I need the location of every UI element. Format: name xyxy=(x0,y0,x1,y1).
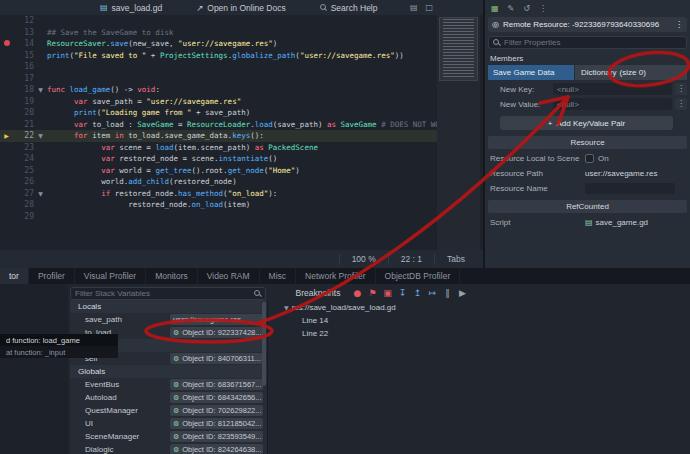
filter-stack-placeholder: Filter Stack Variables xyxy=(75,289,150,298)
code-line-29[interactable]: 29 xyxy=(0,211,437,223)
new-key-menu-icon[interactable]: ⋮ xyxy=(675,83,687,95)
code-line-14[interactable]: 14ResourceSaver.save(new_save, "user://s… xyxy=(0,38,437,50)
bottom-tab-network-profiler[interactable]: Network Profiler xyxy=(296,268,375,284)
variable-value[interactable]: ⚙Object ID: 702629822... xyxy=(170,405,263,416)
variable-value[interactable]: ⚙Object ID: 683671567... xyxy=(170,379,263,390)
variable-row-Autoload[interactable]: Autoload⚙Object ID: 684342656... xyxy=(70,391,267,404)
bottom-tab-profiler[interactable]: Profiler xyxy=(29,268,75,284)
resource-name-input[interactable] xyxy=(585,183,675,194)
scripts-panel-icon[interactable]: ▤ xyxy=(410,3,418,12)
bottom-tab-video-ram[interactable]: Video RAM xyxy=(198,268,260,284)
new-key-select[interactable]: <null> xyxy=(553,83,672,95)
code-line-20[interactable]: 20 print("Loading game from " + save_pat… xyxy=(0,107,437,119)
resource-local-checkbox[interactable] xyxy=(585,154,594,163)
skip-breakpoints-icon[interactable]: ⚑ xyxy=(367,288,378,298)
variable-row-SceneManager[interactable]: SceneManager⚙Object ID: 823593549... xyxy=(70,430,267,443)
search-help-button[interactable]: Search Help xyxy=(320,3,378,13)
stack-frame-row[interactable]: at function: _input xyxy=(0,346,118,358)
edit-icon[interactable]: ✎ xyxy=(508,4,515,13)
add-key-value-pair-button[interactable]: + Add Key/Value Pair xyxy=(500,116,673,130)
code-line-13[interactable]: 13## Save the SaveGame to disk xyxy=(0,27,437,39)
zoom-level[interactable]: 100 % xyxy=(339,254,388,265)
breakpoint-icon xyxy=(4,40,10,46)
filter-stack-variables-input[interactable]: Filter Stack Variables xyxy=(70,287,266,300)
step-into-icon[interactable]: ↧ xyxy=(397,288,408,298)
variables-scrollbar[interactable] xyxy=(262,302,266,386)
menu-dots-icon[interactable]: ⋮ xyxy=(539,4,547,13)
new-value-menu-icon[interactable]: ⋮ xyxy=(675,98,687,110)
remote-resource-bar[interactable]: ◎ Remote Resource: -9223369793640330696 … xyxy=(488,17,687,32)
filter-properties-input[interactable]: Filter Properties xyxy=(488,36,687,49)
stack-frame-row[interactable]: d function: load_game xyxy=(0,334,118,346)
line-number: 17 xyxy=(13,73,34,85)
code-line-17[interactable]: 17 xyxy=(0,73,437,85)
code-line-22[interactable]: ▶22▼ for item in to_load.save_game_data.… xyxy=(0,130,437,142)
float-window-icon[interactable]: □ xyxy=(425,3,433,12)
variable-value[interactable]: ⚙Object ID: 684342656... xyxy=(170,392,263,403)
breakpoint-gutter[interactable] xyxy=(0,38,13,50)
copy-error-icon[interactable]: ▣ xyxy=(382,288,393,298)
breakpoint-file-row[interactable]: ▼ res://save_load/save_load.gd xyxy=(284,301,450,314)
code-line-23[interactable]: 23 var scene = load(item.scene_path) as … xyxy=(0,142,437,154)
property-key-save-game-data[interactable]: Save Game Data xyxy=(488,65,574,80)
vars-section-globals[interactable]: Globals xyxy=(70,365,267,378)
variable-row-UI[interactable]: UI⚙Object ID: 812185042... xyxy=(70,417,267,430)
code-line-19[interactable]: 19 var save_path = "user://savegame.res" xyxy=(0,96,437,108)
menu-dots-icon[interactable]: ⋮ xyxy=(675,20,683,29)
code-line-26[interactable]: 26 world.add_child(restored_node) xyxy=(0,176,437,188)
continue-icon[interactable]: ▶ xyxy=(457,288,468,298)
variable-value[interactable]: user://savegame.res xyxy=(170,314,263,325)
package-icon[interactable]: ▦ xyxy=(491,4,499,13)
break-icon[interactable]: ‖ xyxy=(442,288,453,298)
code-line-15[interactable]: 15print("File saved to " + ProjectSettin… xyxy=(0,50,437,62)
step-over-icon[interactable]: ↦ xyxy=(427,288,438,298)
resource-path-value[interactable]: user://savegame.res xyxy=(585,169,657,178)
section-header-refcounted[interactable]: RefCounted xyxy=(488,200,687,213)
history-icon[interactable]: ↺ xyxy=(523,4,530,13)
bottom-tab-monitors[interactable]: Monitors xyxy=(146,268,198,284)
object-gear-icon: ⚙ xyxy=(173,420,179,428)
section-header-resource[interactable]: Resource xyxy=(488,136,687,149)
variable-row-QuestManager[interactable]: QuestManager⚙Object ID: 702629822... xyxy=(70,404,267,417)
variable-value[interactable]: ⚙Object ID: 840706311... xyxy=(170,353,263,364)
fold-arrow-icon[interactable]: ▼ xyxy=(34,84,47,96)
vars-section-locals[interactable]: Locals xyxy=(70,300,267,313)
code-text: func load_game() -> void: xyxy=(47,84,160,96)
code-text: for item in to_load.save_game_data.keys(… xyxy=(47,130,264,142)
fold-arrow-icon[interactable]: ▼ xyxy=(34,130,47,142)
code-line-18[interactable]: 18▼func load_game() -> void: xyxy=(0,84,437,96)
code-line-21[interactable]: 21 var to_load : SaveGame = ResourceLoad… xyxy=(0,119,437,131)
code-line-28[interactable]: 28 restored_node.on_load(item) xyxy=(0,199,437,211)
code-area[interactable]: 1213## Save the SaveGame to disk14Resour… xyxy=(0,15,437,250)
bottom-tab-visual-profiler[interactable]: Visual Profiler xyxy=(75,268,146,284)
code-line-16[interactable]: 16 xyxy=(0,61,437,73)
line-number: 29 xyxy=(13,211,34,223)
bottom-tab-objectdb-profiler[interactable]: ObjectDB Profiler xyxy=(376,268,461,284)
variable-row-save_path[interactable]: save_pathuser://savegame.res xyxy=(70,313,267,326)
variable-row-Dialogic[interactable]: Dialogic⚙Object ID: 824264638... xyxy=(70,443,267,454)
code-minimap[interactable] xyxy=(437,15,480,250)
code-line-27[interactable]: 27▼ if restored_node.has_method("on_load… xyxy=(0,188,437,200)
new-value-select[interactable]: <null> xyxy=(553,98,672,110)
property-value-dictionary[interactable]: Dictionary (size 0) xyxy=(575,65,687,80)
object-icon: ◎ xyxy=(492,20,499,29)
execution-gutter[interactable]: ▶ xyxy=(0,130,13,142)
variable-value[interactable]: ⚙Object ID: 823593549... xyxy=(170,431,263,442)
bottom-tab-misc[interactable]: Misc xyxy=(260,268,296,284)
indent-mode[interactable]: Tabs xyxy=(434,254,477,265)
variable-value[interactable]: ⚙Object ID: 812185042... xyxy=(170,418,263,429)
open-online-docs-button[interactable]: ↗ Open in Online Docs xyxy=(196,3,286,13)
step-out-icon[interactable]: ↥ xyxy=(412,288,423,298)
fold-arrow-icon[interactable]: ▼ xyxy=(34,188,47,200)
debug-indicator-icon[interactable]: ● xyxy=(352,288,363,298)
variable-value[interactable]: ⚙Object ID: 824264638... xyxy=(170,444,263,454)
code-line-12[interactable]: 12 xyxy=(0,15,437,27)
variable-row-EventBus[interactable]: EventBus⚙Object ID: 683671567... xyxy=(70,378,267,391)
breakpoint-line-22[interactable]: Line 22 xyxy=(284,327,450,340)
variable-value[interactable]: ⚙Object ID: 922337428... xyxy=(170,327,263,338)
code-line-25[interactable]: 25 var world = get_tree().root.get_node(… xyxy=(0,165,437,177)
script-property-value[interactable]: ▤save_game.gd xyxy=(585,218,648,227)
bottom-tab-tor[interactable]: tor xyxy=(0,268,29,284)
breakpoint-line-14[interactable]: Line 14 xyxy=(284,314,450,327)
code-line-24[interactable]: 24 var restored_node = scene.instantiate… xyxy=(0,153,437,165)
